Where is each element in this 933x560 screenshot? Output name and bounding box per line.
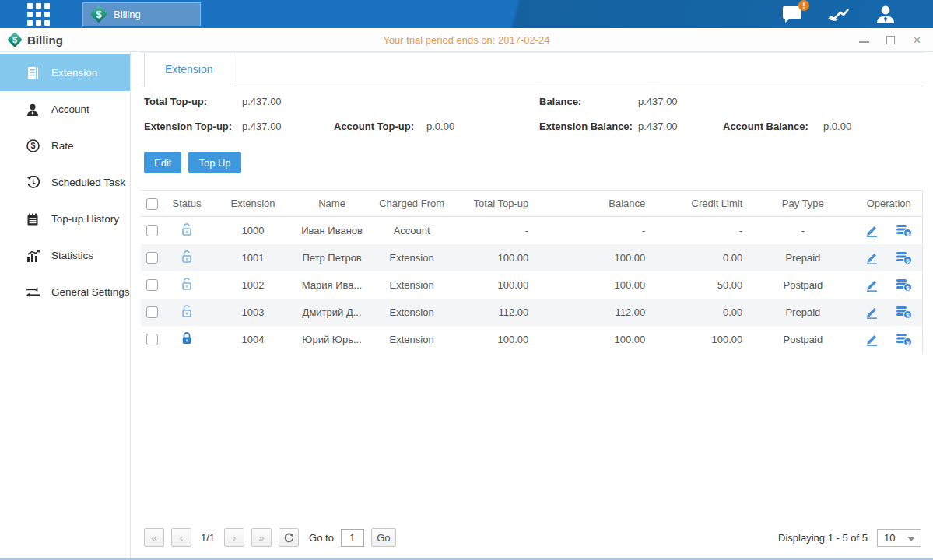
cell-balance: 100.00 xyxy=(536,326,653,353)
topup-history-icon xyxy=(26,213,40,226)
cell-charged-from: Extension xyxy=(369,244,454,271)
sidebar-item-rate[interactable]: $ Rate xyxy=(0,128,130,164)
cell-extension: 1004 xyxy=(211,326,295,353)
rate-icon: $ xyxy=(26,139,40,152)
table-row: 1003Дмитрий Д...Extension112.00112.000.0… xyxy=(141,299,923,326)
balance-value: p.437.00 xyxy=(638,96,678,107)
extension-balance-value: p.437.00 xyxy=(638,121,678,132)
cell-credit-limit: 50.00 xyxy=(653,271,750,299)
col-name: Name xyxy=(295,191,369,217)
statistics-icon xyxy=(26,250,40,262)
topup-row-icon[interactable]: $ xyxy=(896,278,912,292)
user-account-icon[interactable] xyxy=(875,5,896,23)
balance-label: Balance: xyxy=(539,96,581,107)
cell-charged-from: Account xyxy=(369,217,454,244)
lock-open-icon[interactable] xyxy=(181,277,193,291)
window-titlebar: Your trial period ends on: 2017-02-24 $ … xyxy=(0,28,933,52)
cell-credit-limit: - xyxy=(653,217,750,244)
notifications-icon[interactable]: ! xyxy=(782,5,802,23)
sidebar-item-scheduled-task[interactable]: Scheduled Task xyxy=(0,164,130,201)
sidebar-item-label: Top-up History xyxy=(51,213,119,225)
table-header-row: Status Extension Name Charged From Total… xyxy=(141,191,923,217)
row-checkbox[interactable] xyxy=(146,225,158,236)
sidebar-item-general-settings[interactable]: General Settings xyxy=(0,274,130,310)
row-checkbox[interactable] xyxy=(146,306,158,318)
row-checkbox[interactable] xyxy=(146,334,158,345)
edit-button[interactable]: Edit xyxy=(144,152,181,173)
account-topup-label: Account Top-up: xyxy=(334,121,414,132)
col-credit-limit: Credit Limit xyxy=(653,191,750,217)
select-all-checkbox[interactable] xyxy=(146,198,158,210)
cell-credit-limit: 100.00 xyxy=(653,326,750,353)
prev-page-button[interactable]: ‹ xyxy=(171,528,191,547)
cell-extension: 1003 xyxy=(211,299,295,326)
displaying-text: Displaying 1 - 5 of 5 xyxy=(778,532,868,544)
cell-pay-type: - xyxy=(750,217,855,244)
sidebar-item-label: Extension xyxy=(51,67,97,79)
sidebar-item-label: Account xyxy=(51,103,89,115)
cell-charged-from: Extension xyxy=(369,326,454,353)
edit-row-icon[interactable] xyxy=(865,333,879,346)
go-button[interactable]: Go xyxy=(371,528,396,547)
goto-page-input[interactable] xyxy=(341,529,364,547)
total-topup-label: Total Top-up: xyxy=(144,96,207,107)
maximize-button[interactable] xyxy=(886,35,896,45)
taskbar-item-label: Billing xyxy=(114,9,141,20)
tab-extension[interactable]: Extension xyxy=(144,53,233,87)
edit-row-icon[interactable] xyxy=(865,306,879,319)
topup-row-icon[interactable]: $ xyxy=(896,306,912,319)
total-topup-value: p.437.00 xyxy=(242,96,282,107)
cell-pay-type: Postpaid xyxy=(750,326,855,353)
lock-open-icon[interactable] xyxy=(181,304,193,318)
close-button[interactable]: × xyxy=(912,35,922,45)
sidebar-item-extension[interactable]: Extension xyxy=(0,54,130,91)
svg-text:$: $ xyxy=(906,338,910,345)
cell-name: Мария Ива... xyxy=(295,271,369,299)
edit-row-icon[interactable] xyxy=(865,251,879,264)
sidebar-item-statistics[interactable]: Statistics xyxy=(0,237,130,274)
app-grid-icon[interactable] xyxy=(27,3,50,26)
cell-extension: 1000 xyxy=(211,217,295,244)
topup-row-icon[interactable]: $ xyxy=(896,333,912,346)
col-status: Status xyxy=(163,191,211,217)
cell-balance: 100.00 xyxy=(536,244,653,271)
billing-app-icon: $ xyxy=(90,5,107,23)
page-size-dropdown[interactable]: 10 xyxy=(877,529,921,547)
topup-row-icon[interactable]: $ xyxy=(896,224,912,237)
last-page-button[interactable]: » xyxy=(251,528,272,547)
lock-open-icon[interactable] xyxy=(181,250,193,264)
minimize-button[interactable] xyxy=(859,35,869,45)
sidebar-item-topup-history[interactable]: Top-up History xyxy=(0,201,130,237)
first-page-button[interactable]: « xyxy=(144,528,164,547)
account-balance-label: Account Balance: xyxy=(723,121,808,132)
cell-balance: - xyxy=(536,217,653,244)
next-page-button[interactable]: › xyxy=(224,528,244,547)
sidebar: Extension Account $ Rate Scheduled Task … xyxy=(0,52,131,558)
cell-pay-type: Prepaid xyxy=(750,299,855,326)
edit-row-icon[interactable] xyxy=(865,278,879,292)
col-balance: Balance xyxy=(536,191,653,217)
reports-chart-icon[interactable] xyxy=(828,6,850,22)
refresh-button[interactable] xyxy=(279,528,299,547)
cell-name: Дмитрий Д... xyxy=(295,299,369,326)
cell-name: Юрий Юрь... xyxy=(295,326,369,353)
lock-closed-icon[interactable] xyxy=(181,331,193,345)
taskbar-item-billing[interactable]: $ Billing xyxy=(82,2,201,26)
col-pay-type: Pay Type xyxy=(750,191,855,217)
account-topup-value: p.0.00 xyxy=(426,121,454,132)
row-checkbox[interactable] xyxy=(146,252,158,264)
cell-balance: 112.00 xyxy=(536,299,653,326)
cell-total-topup: - xyxy=(454,217,536,244)
edit-row-icon[interactable] xyxy=(865,224,879,237)
lock-open-icon[interactable] xyxy=(181,222,193,236)
cell-pay-type: Postpaid xyxy=(750,271,855,299)
cell-pay-type: Prepaid xyxy=(750,244,855,271)
goto-label: Go to xyxy=(309,532,334,544)
page-size-value: 10 xyxy=(884,532,895,544)
sidebar-item-account[interactable]: Account xyxy=(0,91,130,128)
topup-button[interactable]: Top Up xyxy=(188,152,240,173)
cell-total-topup: 100.00 xyxy=(454,326,536,353)
topup-row-icon[interactable]: $ xyxy=(896,251,912,264)
extension-icon xyxy=(26,67,40,79)
row-checkbox[interactable] xyxy=(146,279,158,291)
